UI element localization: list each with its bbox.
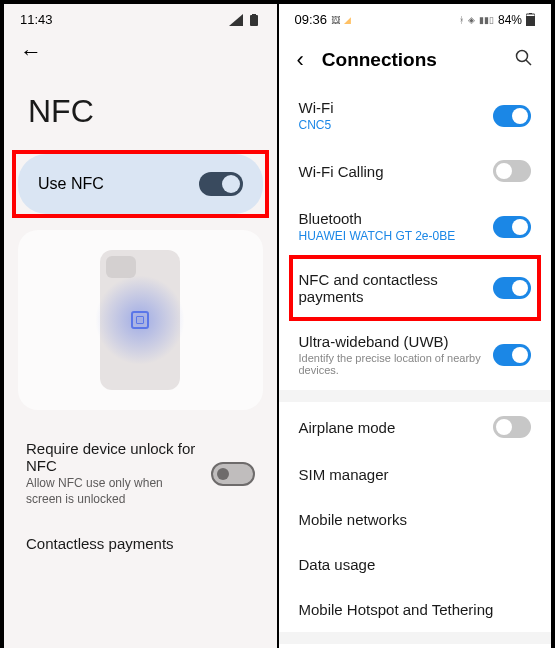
use-nfc-label: Use NFC: [38, 175, 104, 193]
item-label: Airplane mode: [299, 419, 482, 436]
app-icon: ◢: [344, 15, 351, 25]
connection-row[interactable]: Wi-FiCNC5: [279, 85, 552, 146]
battery-icon: [526, 13, 535, 26]
bluetooth-icon: ᚼ: [459, 15, 464, 25]
svg-line-6: [526, 60, 531, 65]
connection-row[interactable]: Data usage: [279, 542, 552, 587]
svg-point-5: [517, 50, 528, 61]
contactless-row[interactable]: Contactless payments: [4, 521, 277, 568]
svg-rect-0: [250, 15, 258, 26]
item-label: Data usage: [299, 556, 532, 573]
back-button[interactable]: ←: [20, 39, 42, 64]
divider: [279, 390, 552, 402]
page-title: Connections: [322, 49, 497, 71]
toggle[interactable]: [493, 344, 531, 366]
item-sublabel: HUAWEI WATCH GT 2e-0BE: [299, 229, 482, 243]
toggle[interactable]: [493, 105, 531, 127]
item-label: Wi-Fi: [299, 99, 482, 116]
connection-row[interactable]: Mobile networks: [279, 497, 552, 542]
connection-row[interactable]: Airplane mode: [279, 402, 552, 452]
use-nfc-row[interactable]: Use NFC: [18, 154, 263, 214]
svg-rect-4: [529, 13, 532, 14]
connection-row[interactable]: BluetoothHUAWEI WATCH GT 2e-0BE: [279, 196, 552, 257]
page-title: NFC: [4, 73, 277, 154]
divider: [279, 632, 552, 644]
status-bar: 11:43: [4, 4, 277, 35]
toggle[interactable]: [493, 160, 531, 182]
wifi-icon: ◈: [468, 15, 475, 25]
connection-row[interactable]: Wi-Fi Calling: [279, 146, 552, 196]
require-unlock-row[interactable]: Require device unlock for NFC Allow NFC …: [4, 426, 277, 521]
use-nfc-toggle[interactable]: [199, 172, 243, 196]
clock: 09:36: [295, 12, 328, 27]
signal-icon: [229, 14, 243, 26]
nfc-illustration: [18, 230, 263, 410]
battery-text: 84%: [498, 13, 522, 27]
clock: 11:43: [20, 12, 53, 27]
status-icons: [229, 14, 261, 26]
toggle[interactable]: [493, 416, 531, 438]
image-icon: 🖼: [331, 15, 340, 25]
back-button[interactable]: ‹: [297, 47, 304, 73]
item-label: NFC and contactless payments: [299, 271, 482, 305]
connection-row[interactable]: SIM manager: [279, 452, 552, 497]
nfc-chip-icon: [131, 311, 149, 329]
item-label: SIM manager: [299, 466, 532, 483]
require-toggle[interactable]: [211, 462, 255, 486]
toggle[interactable]: [493, 277, 531, 299]
signal-icon: ▮▮▯: [479, 15, 494, 25]
connection-row[interactable]: Ultra-wideband (UWB)Identify the precise…: [279, 319, 552, 390]
status-bar: 09:36 🖼 ◢ ᚼ ◈ ▮▮▯ 84%: [279, 4, 552, 35]
item-label: Wi-Fi Calling: [299, 163, 482, 180]
battery-icon: [247, 14, 261, 26]
item-sublabel: CNC5: [299, 118, 482, 132]
search-icon[interactable]: [515, 49, 533, 72]
require-title: Require device unlock for NFC: [26, 440, 199, 474]
connection-row[interactable]: Mobile Hotspot and Tethering: [279, 587, 552, 632]
svg-rect-1: [252, 14, 256, 15]
connection-row[interactable]: NFC and contactless payments: [279, 257, 552, 319]
item-sublabel: Identify the precise location of nearby …: [299, 352, 482, 376]
status-icons: ᚼ ◈ ▮▮▯ 84%: [459, 13, 535, 27]
item-label: Mobile Hotspot and Tethering: [299, 601, 532, 618]
item-label: Ultra-wideband (UWB): [299, 333, 482, 350]
more-settings-row[interactable]: More connection settings: [279, 644, 552, 648]
svg-rect-3: [526, 16, 535, 26]
item-label: Bluetooth: [299, 210, 482, 227]
contactless-label: Contactless payments: [26, 535, 174, 552]
require-sub: Allow NFC use only when screen is unlock…: [26, 476, 199, 507]
item-label: Mobile networks: [299, 511, 532, 528]
toggle[interactable]: [493, 216, 531, 238]
